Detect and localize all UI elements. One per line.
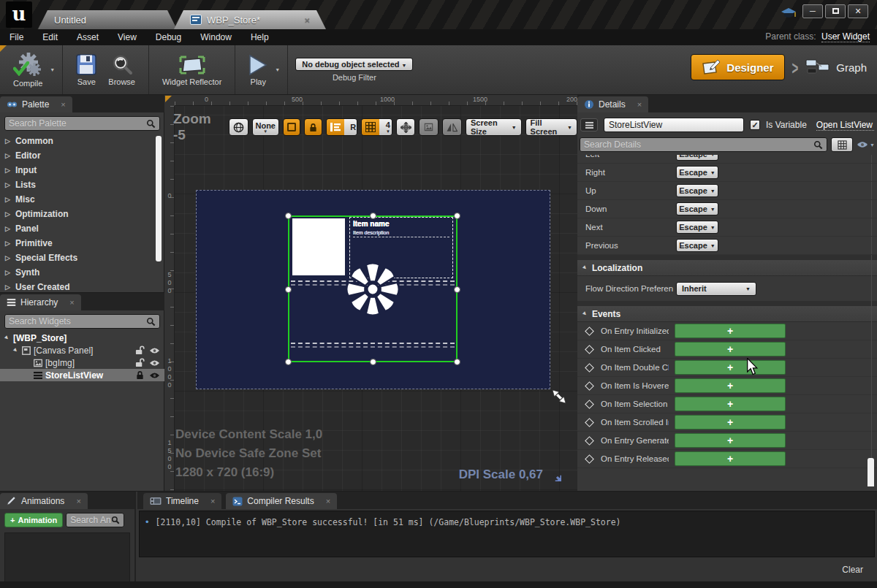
tutorial-cap-icon[interactable] [781, 7, 797, 20]
grid-size-dropdown[interactable]: 4 ▼ [379, 119, 392, 135]
resize-handle[interactable] [454, 286, 460, 293]
close-panel-icon[interactable]: × [69, 298, 74, 307]
palette-tab[interactable]: Palette × [0, 96, 72, 112]
add-event-button[interactable]: + [675, 433, 786, 448]
widget-reflector-button[interactable]: Widget Reflector [156, 54, 227, 86]
fill-screen-dropdown[interactable]: Fill Screen ▼ [525, 118, 577, 136]
expander-icon[interactable]: ▷ [5, 225, 10, 232]
events-section-header[interactable]: ▼ Events [577, 306, 877, 322]
tab-wbp-store[interactable]: WBP_Store* × [174, 10, 326, 29]
add-event-button[interactable]: + [675, 378, 786, 393]
flow-direction-dropdown[interactable]: Inherit ▼ [676, 282, 756, 296]
graph-mode-button[interactable]: Graph [805, 58, 867, 76]
hierarchy-search-input[interactable] [9, 316, 146, 327]
add-event-button[interactable]: + [675, 342, 786, 356]
resize-handle[interactable] [454, 213, 460, 219]
clear-log-button[interactable]: Clear [842, 565, 863, 575]
palette-category[interactable]: ▷ User Created [0, 280, 164, 292]
selected-widget-storelistview[interactable]: Item name Item description Item name Ite… [288, 215, 458, 362]
preview-background-button[interactable] [419, 118, 438, 136]
parent-class-value[interactable]: User Widget [821, 31, 870, 42]
navigation-rule-dropdown[interactable]: Escape ▼ [676, 239, 718, 252]
hierarchy-row[interactable]: StoreListView [0, 369, 164, 381]
close-panel-icon[interactable]: × [210, 497, 215, 505]
palette-category[interactable]: ▷ Special Effects [0, 251, 164, 265]
details-scrollbar[interactable] [867, 458, 874, 486]
canvas-resize-handle[interactable] [550, 387, 569, 406]
lock-open-icon[interactable] [135, 345, 145, 355]
flip-preview-button[interactable] [442, 118, 462, 136]
open-listview-link[interactable]: Open ListView [816, 120, 874, 131]
hierarchy-row[interactable]: [bgImg] [0, 356, 164, 369]
details-search[interactable] [580, 137, 827, 152]
expander-icon[interactable]: ▷ [5, 240, 10, 247]
menu-item[interactable]: Help [241, 32, 278, 42]
flow-direction-dropdown[interactable]: None ▼ [252, 118, 279, 136]
menu-item[interactable]: Asset [67, 32, 108, 42]
navigation-rule-dropdown[interactable]: Escape ▼ [676, 155, 718, 161]
add-event-button[interactable]: + [675, 324, 786, 338]
visibility-eye-icon[interactable] [149, 359, 160, 367]
designer-viewport[interactable]: 050010001500200 050010001500 [164, 95, 577, 491]
maximize-button[interactable] [825, 4, 846, 18]
hierarchy-row[interactable]: ▼ [WBP_Store] [0, 332, 164, 344]
palette-category[interactable]: ▷ Common [0, 134, 164, 148]
screen-size-dropdown[interactable]: Screen Size ▼ [466, 118, 522, 136]
browse-button[interactable]: Browse [102, 54, 141, 86]
design-canvas[interactable]: Item name Item description Item name Ite… [196, 190, 550, 389]
expander-icon[interactable]: ▷ [5, 137, 10, 145]
menu-item[interactable]: File [0, 32, 33, 42]
localization-section-header[interactable]: ▼ Localization [577, 260, 877, 276]
minimize-button[interactable]: ─ [802, 4, 823, 18]
palette-category[interactable]: ▷ Input [0, 163, 164, 177]
expander-icon[interactable]: ▷ [5, 196, 10, 203]
palette-category[interactable]: ▷ Misc [0, 192, 164, 207]
add-event-button[interactable]: + [675, 397, 786, 411]
transform-mode-button[interactable] [396, 118, 416, 136]
navigation-rule-dropdown[interactable]: Escape ▼ [676, 202, 718, 215]
designer-mode-button[interactable]: Designer [691, 54, 784, 80]
resize-handle[interactable] [370, 359, 376, 365]
palette-category[interactable]: ▷ Primitive [0, 236, 164, 251]
palette-scrollbar[interactable] [156, 136, 162, 261]
close-panel-icon[interactable]: × [76, 497, 80, 505]
animations-list-area[interactable] [4, 532, 130, 584]
palette-search[interactable] [4, 116, 160, 131]
close-button[interactable]: × [848, 4, 868, 18]
navigation-rule-dropdown[interactable]: Escape ▼ [676, 221, 718, 234]
localization-preview-button[interactable] [229, 118, 248, 136]
add-event-button[interactable]: + [675, 360, 786, 375]
expander-icon[interactable]: ▷ [5, 167, 10, 174]
debug-object-dropdown[interactable]: No debug object selected ▼ [295, 58, 413, 71]
palette-category[interactable]: ▷ Panel [0, 221, 164, 236]
expander-icon[interactable]: ▼ [10, 345, 20, 355]
expander-icon[interactable]: ▷ [5, 181, 10, 188]
compiler-log[interactable]: • [2110,10] Compile of WBP_Store success… [139, 511, 875, 557]
close-tab-icon[interactable]: × [304, 15, 310, 26]
navigation-rule-dropdown[interactable]: Escape ▼ [676, 166, 718, 179]
resize-handle[interactable] [454, 359, 460, 365]
animations-tab[interactable]: Animations × [0, 493, 88, 509]
animations-search[interactable] [66, 513, 124, 527]
dpi-settings-gear-icon[interactable] [549, 469, 561, 481]
property-matrix-button[interactable] [831, 137, 853, 152]
save-button[interactable]: Save [70, 54, 102, 86]
grid-snap-toggle[interactable] [362, 119, 379, 135]
tab-untitled[interactable]: Untitled [38, 10, 177, 29]
compile-options-caret-icon[interactable]: ▼ [50, 67, 55, 72]
expander-icon[interactable]: ▷ [5, 269, 10, 276]
respect-locks-button[interactable]: R [344, 119, 357, 135]
lock-toggle[interactable] [304, 118, 322, 136]
timeline-tab[interactable]: Timeline × [143, 493, 221, 509]
resize-handle[interactable] [285, 213, 292, 219]
hierarchy-search[interactable] [4, 314, 160, 329]
lock-open-icon[interactable] [135, 358, 145, 367]
menu-item[interactable]: Edit [33, 32, 67, 42]
close-panel-icon[interactable]: × [61, 100, 65, 109]
animations-search-input[interactable] [70, 515, 111, 525]
play-button[interactable]: Play [243, 54, 273, 86]
display-filter-dropdown[interactable]: ▼ [857, 141, 875, 148]
dashed-outline-toggle[interactable] [283, 118, 300, 136]
play-options-caret-icon[interactable]: ▼ [275, 67, 280, 72]
navigation-rule-dropdown[interactable]: Escape ▼ [676, 184, 718, 197]
